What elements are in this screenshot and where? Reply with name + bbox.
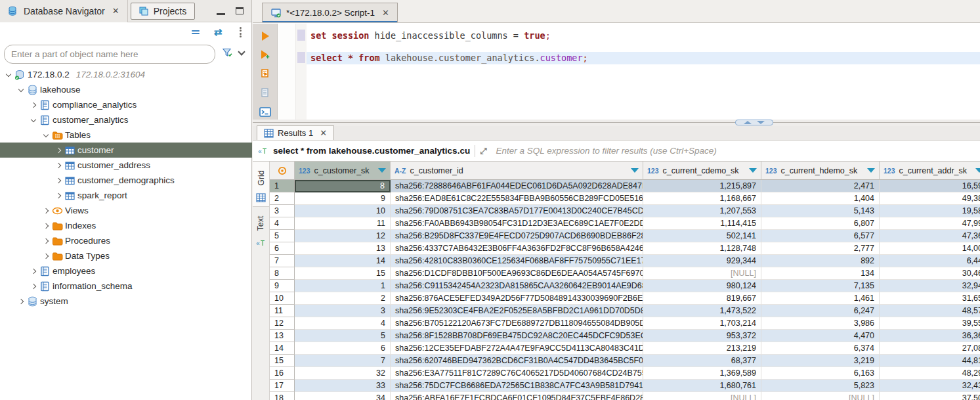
column-header-c_current_cdemo_sk[interactable]: 123c_current_cdemo_sk [643, 162, 761, 180]
grid-cell[interactable]: 1,168,667 [643, 192, 761, 205]
table-row[interactable]: 124sha256:B705122120A673FC7DE6889727DB11… [270, 317, 980, 330]
table-row[interactable]: 102sha256:876ACE5EFED349A2D56F77D5084891… [270, 292, 980, 305]
grid-cell[interactable]: 7 [295, 355, 391, 367]
grid-cell[interactable]: 3,986 [761, 317, 880, 330]
grid-cell[interactable]: 1,703,214 [643, 317, 761, 330]
tree-item-customer-address[interactable]: customer_address [0, 158, 252, 173]
row-number[interactable]: 4 [270, 217, 295, 230]
grid-cell[interactable]: sha256:12CE35EFDABF272A4A47E9FA9CC5D4113… [391, 342, 643, 355]
table-row[interactable]: 91sha256:C9115342454A2323DA815865CAA3260… [270, 280, 980, 292]
row-number[interactable]: 5 [270, 230, 295, 242]
chevron-right-icon[interactable] [31, 102, 36, 107]
grid-cell[interactable]: 48,29 [880, 367, 980, 380]
view-menu-icon[interactable] [234, 26, 246, 38]
grid-cell[interactable]: sha256:876ACE5EFED349A2D56F77D5084891433… [391, 292, 643, 305]
tab-sql-script[interactable]: *<172.18.0.2> Script-1 ✕ [262, 3, 398, 22]
object-filter-input[interactable] [11, 49, 208, 59]
grid-cell[interactable]: 68,377 [643, 355, 761, 367]
grid-cell[interactable]: sha256:C9115342454A2323DA815865CAA326064… [391, 280, 643, 292]
table-row[interactable]: 157sha256:620746BED947362BCD6CF31B0A4C54… [270, 355, 980, 367]
execute-script-icon[interactable] [259, 68, 271, 80]
table-row[interactable]: 411sha256:FA0ABB6943B98054FC31D12D3E3AEC… [270, 217, 980, 230]
grid-cell[interactable]: 39,55 [880, 317, 980, 330]
tree-item-customer[interactable]: customer [0, 143, 252, 158]
row-number[interactable]: 11 [270, 305, 295, 317]
row-number[interactable]: 12 [270, 317, 295, 330]
close-icon[interactable]: ✕ [112, 6, 119, 16]
tab-results-1[interactable]: Results 1 ✕ [257, 125, 334, 140]
grid-cell[interactable]: 213,219 [643, 342, 761, 355]
grid-cell[interactable]: [NULL] [761, 392, 880, 400]
chevron-right-icon[interactable] [56, 147, 61, 152]
grid-cell[interactable]: 32,94 [880, 280, 980, 292]
grid-cell[interactable]: 49,38 [880, 192, 980, 205]
grid-cell[interactable]: 5,823 [761, 380, 880, 392]
grid-cell[interactable]: 1,473,522 [643, 305, 761, 317]
grid-cell[interactable]: sha256:620746BED947362BCD6CF31B0A4C547DD… [391, 355, 643, 367]
grid-cell[interactable]: 12 [295, 230, 391, 242]
grid-cell[interactable]: 502,141 [643, 230, 761, 242]
grid-cell[interactable]: 7,135 [761, 280, 880, 292]
column-dropdown-icon[interactable] [378, 168, 386, 173]
grid-cell[interactable]: 47,99 [880, 217, 980, 230]
row-number[interactable]: 18 [270, 392, 295, 400]
grid-cell[interactable]: sha256:E3A77511F81C7289C76C4065217D5D406… [391, 367, 643, 380]
grid-cell[interactable]: 134 [761, 267, 880, 280]
grid-cell[interactable]: 6,247 [761, 305, 880, 317]
minimize-icon[interactable] [217, 13, 225, 15]
grid-cell[interactable]: 980,124 [643, 280, 761, 292]
chevron-down-icon[interactable] [238, 48, 245, 55]
column-header-c_current_addr_sk[interactable]: 123c_current_addr_sk [880, 162, 980, 180]
grid-cell[interactable]: 4,470 [761, 330, 880, 342]
grid-cell[interactable]: 6 [295, 342, 391, 355]
grid-cell[interactable]: 37,50 [880, 392, 980, 400]
grid-cell[interactable]: 1 [295, 280, 391, 292]
grid-cell[interactable]: sha256:EAD8E61C8C22E555834FBBA9B60556CB2… [391, 192, 643, 205]
table-row[interactable]: 1733sha256:75DC7FCB6686EDA72565C1B838CA7… [270, 380, 980, 392]
code-line-3[interactable]: select * from lakehouse.customer_analyti… [307, 52, 980, 64]
chevron-down-icon[interactable] [18, 86, 24, 91]
grid-cell[interactable]: 15 [295, 267, 391, 280]
grid-cell[interactable]: 1,680,761 [643, 380, 761, 392]
chevron-right-icon[interactable] [56, 192, 61, 198]
chevron-right-icon[interactable] [18, 298, 24, 303]
grid-cell[interactable]: 11 [295, 217, 391, 230]
tree-item-information-schema[interactable]: information_schema [0, 278, 252, 294]
row-number[interactable]: 3 [270, 205, 295, 217]
grid-cell[interactable]: sha256:D1CDF8DBB10F500EA9693C86DE6DEAA05… [391, 267, 643, 280]
chevron-right-icon[interactable] [43, 238, 49, 243]
grid-cell[interactable]: 1,215,897 [643, 180, 761, 192]
row-number[interactable]: 13 [270, 330, 295, 342]
row-number[interactable]: 15 [270, 355, 295, 367]
grid-cell[interactable]: 1,404 [761, 192, 880, 205]
table-row[interactable]: 113sha256:9E52303CE4FBA2E2F0525E8A5BFBD2… [270, 305, 980, 317]
tree-item-tables[interactable]: Tables [0, 127, 252, 143]
row-number[interactable]: 17 [270, 380, 295, 392]
grid-cell[interactable]: sha256:42810C83B0360CE125634F068BAF8FF75… [391, 255, 643, 267]
table-row[interactable]: 135sha256:8F1528BB708DF69EB475DC92A8C20E… [270, 330, 980, 342]
grid-cell[interactable]: 10 [295, 205, 391, 217]
sql-console-icon[interactable] [259, 106, 271, 118]
filter-funnel-icon[interactable] [222, 47, 234, 58]
table-row[interactable]: 613sha256:4337C7AB6432E3B06FF4A3636FD2F8… [270, 242, 980, 255]
editor-results-splitter[interactable] [253, 120, 980, 126]
table-row[interactable]: 714sha256:42810C83B0360CE125634F068BAF8F… [270, 255, 980, 267]
grid-cell[interactable]: 47,36 [880, 230, 980, 242]
grid-cell[interactable]: 3,219 [761, 355, 880, 367]
table-row[interactable]: 1834sha256:ABFA16E7F1FCBDCA6F01CF1095D84… [270, 392, 980, 400]
grid-cell[interactable]: sha256:FA0ABB6943B98054FC31D12D3E3AEC689… [391, 217, 643, 230]
grid-cell[interactable]: 44,81 [880, 355, 980, 367]
grid-cell[interactable]: [NULL] [643, 267, 761, 280]
tree-item-customer-analytics[interactable]: customer_analytics [0, 112, 252, 127]
grid-cell[interactable]: sha256:B295D8FC337E9E4FECD0725D907ACD6B6… [391, 230, 643, 242]
grid-cell[interactable]: 6,44 [880, 255, 980, 267]
table-row[interactable]: 1632sha256:E3A77511F81C7289C76C4065217D5… [270, 367, 980, 380]
grid-cell[interactable]: 27,08 [880, 342, 980, 355]
splitter-collapse-handle[interactable] [735, 120, 773, 125]
grid-cell[interactable]: 5,143 [761, 205, 880, 217]
grid-cell[interactable]: sha256:B705122120A673FC7DE6889727DB11809… [391, 317, 643, 330]
grid-cell[interactable]: 1,114,415 [643, 217, 761, 230]
execute-new-tab-icon[interactable] [259, 49, 271, 61]
row-number[interactable]: 8 [270, 267, 295, 280]
tree-item-data-types[interactable]: Data Types [0, 248, 252, 263]
